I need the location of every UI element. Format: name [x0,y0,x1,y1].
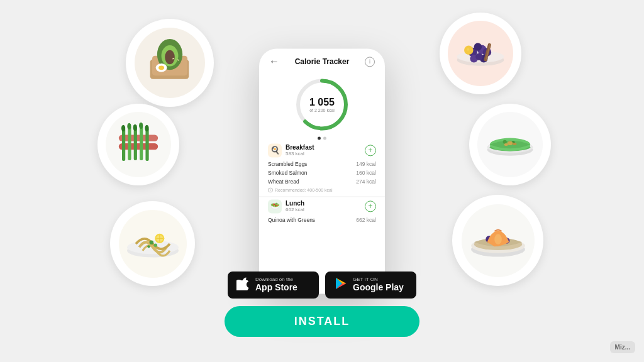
lunch-icon: 🥗 [268,199,282,213]
svg-point-26 [149,240,153,244]
breakfast-kcal: 583 kcal [286,151,314,156]
item-name-smoked-salmon: Smoked Salmon [268,170,307,176]
main-scene: ← Calorie Tracker i 1 055 of 2 200 kcal [0,0,644,362]
breakfast-item-1: Scrambled Eggs 149 kcal [268,160,376,168]
svg-point-65 [494,234,502,244]
green-soup-image [469,104,551,185]
svg-point-7 [158,65,164,70]
svg-point-5 [165,50,175,64]
item-name-wheat-bread: Wheat Bread [268,178,299,185]
svg-point-27 [153,243,157,246]
food-circle-berries [440,13,521,94]
appstore-button[interactable]: Download on the App Store [228,272,319,299]
food-circle-asparagus [97,104,179,185]
svg-rect-15 [134,128,137,160]
appstore-sub-label: Download on the [255,277,297,282]
googleplay-main-label: Google Play [353,282,404,293]
install-button[interactable]: INSTALL [225,306,419,337]
lunch-info: Lunch 662 kcal [286,200,304,212]
store-buttons-group: Download on the App Store GET [228,272,416,299]
googleplay-text: GET IT ON Google Play [353,277,404,293]
svg-point-38 [474,43,482,50]
food-circle-oatmeal [452,195,543,286]
svg-point-18 [121,125,125,131]
lunch-add-button[interactable]: + [365,200,376,212]
svg-point-28 [147,245,150,248]
item-kcal-wheat-bread: 274 kcal [356,178,376,185]
item-kcal-quinoa: 662 kcal [356,217,376,223]
play-icon [334,277,348,293]
watermark: Miz... [610,341,635,353]
phone-screen: ← Calorie Tracker i 1 055 of 2 200 kcal [259,48,385,293]
breakfast-icon: 🍳 [268,143,282,157]
googleplay-sub-label: GET IT ON [353,277,404,282]
breakfast-item-2: Smoked Salmon 160 kcal [268,168,376,177]
breakfast-header: 🍳 Breakfast 583 kcal + [268,143,376,157]
calorie-total: of 2 200 kcal [309,108,335,112]
svg-point-20 [133,124,137,131]
back-button[interactable]: ← [269,56,279,67]
info-button[interactable]: i [365,57,375,67]
food-circle-toast [126,19,214,107]
item-kcal-smoked-salmon: 160 kcal [356,170,376,176]
apple-icon [236,277,250,293]
lunch-name: Lunch [286,200,304,207]
berries-image [440,13,521,94]
svg-point-56 [513,143,516,145]
dot-2 [323,136,326,140]
lunch-item-1: Quinoa with Greens 662 kcal [268,216,376,224]
lunch-title-group: 🥗 Lunch 662 kcal [268,199,304,213]
breakfast-info: Breakfast 583 kcal [286,144,314,156]
lunch-kcal: 662 kcal [286,207,304,212]
svg-rect-17 [145,128,148,161]
calorie-ring: 1 055 of 2 200 kcal [259,71,385,136]
appstore-main-label: App Store [255,282,297,293]
svg-rect-16 [140,126,143,160]
svg-point-54 [508,141,513,145]
svg-point-46 [467,48,469,51]
svg-point-42 [475,53,482,60]
pagination-dots [259,136,385,140]
svg-point-19 [127,123,131,129]
appstore-text: Download on the App Store [255,277,297,293]
lunch-section: 🥗 Lunch 662 kcal + Quinoa with Greens 66… [259,199,385,224]
item-name-quinoa: Quinoa with Greens [268,217,315,223]
lunch-header: 🥗 Lunch 662 kcal + [268,199,376,213]
section-divider [259,196,385,197]
svg-point-21 [139,123,143,129]
breakfast-name: Breakfast [286,144,314,151]
svg-rect-14 [128,126,131,160]
item-name-scrambled-eggs: Scrambled Eggs [268,161,307,167]
pasta-image [110,201,195,286]
food-circle-pasta [110,201,195,286]
dot-1 [318,136,321,140]
breakfast-title-group: 🍳 Breakfast 583 kcal [268,143,314,157]
calorie-count: 1 055 [309,97,335,108]
svg-rect-13 [122,128,125,161]
recommendation-text: Recommended: 400-500 kcal [268,186,376,194]
breakfast-add-button[interactable]: + [365,145,376,156]
food-circle-soup [469,104,551,185]
svg-point-55 [504,143,508,146]
breakfast-section: 🍳 Breakfast 583 kcal + Scrambled Eggs 14… [259,143,385,194]
toast-image [126,19,214,107]
bottom-cta-area: Download on the App Store GET [203,272,441,337]
breakfast-item-3: Wheat Bread 274 kcal [268,177,376,186]
googleplay-button[interactable]: GET IT ON Google Play [325,272,416,299]
phone-mockup: ← Calorie Tracker i 1 055 of 2 200 kcal [259,48,385,293]
asparagus-image [97,104,179,185]
item-kcal-scrambled-eggs: 149 kcal [356,161,376,167]
phone-header: ← Calorie Tracker i [259,48,385,71]
screen-title: Calorie Tracker [295,57,350,66]
svg-point-22 [145,125,148,131]
oatmeal-image [452,195,543,286]
